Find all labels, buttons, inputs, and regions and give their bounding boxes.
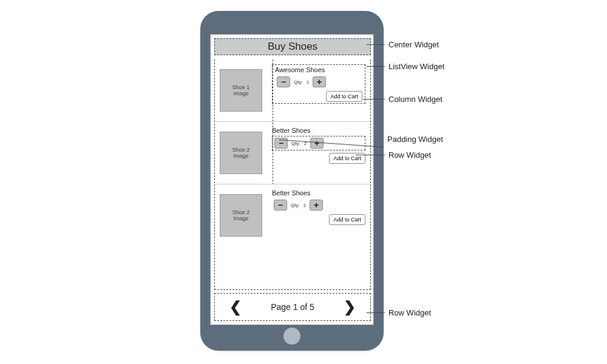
add-to-cart-button[interactable]: Add to Cart: [329, 214, 365, 225]
pagination-row-widget: ❮ Page 1 of 5 ❯: [214, 293, 371, 321]
column-widget: Awesome Shoes − Qty: 1 + Add to Cart: [272, 64, 365, 104]
decrement-button[interactable]: −: [274, 200, 287, 211]
annotation-center: Center Widget: [388, 40, 439, 49]
product-image: Shoe 2 Image: [220, 132, 262, 174]
page-text: Page 1 of 5: [271, 302, 314, 312]
add-to-cart-button[interactable]: Add to Cart: [326, 91, 362, 102]
chevron-right-icon[interactable]: ❯: [344, 298, 356, 315]
product-image: Shoe 1 Image: [220, 69, 262, 112]
annotation-listview: ListView Widget: [388, 62, 444, 71]
qty-label: Qty:: [291, 203, 300, 208]
phone-frame: Buy Shoes Shoe 1 Image Awesome Shoes − Q…: [200, 11, 384, 351]
increment-button[interactable]: +: [310, 200, 323, 211]
increment-button[interactable]: +: [313, 76, 326, 87]
qty-row: − Qty: 1 +: [275, 75, 362, 89]
annotation-row: Row Widget: [388, 150, 431, 160]
chevron-left-icon[interactable]: ❮: [229, 298, 242, 315]
page-title: Buy Shoes: [268, 41, 317, 53]
annotation-column: Column Widget: [388, 95, 443, 104]
product-image: Shoe 2 Image: [220, 194, 262, 237]
annotation-padding: Padding Widget: [387, 135, 443, 144]
product-title: Awesome Shoes: [275, 66, 362, 73]
screen: Buy Shoes Shoe 1 Image Awesome Shoes − Q…: [210, 34, 374, 325]
qty-row: − Qty: 1 +: [272, 198, 365, 212]
listview-widget: Shoe 1 Image Awesome Shoes − Qty: 1 + Ad…: [214, 59, 371, 290]
list-item: Shoe 1 Image Awesome Shoes − Qty: 1 + Ad…: [215, 59, 370, 122]
qty-value: 1: [307, 79, 309, 85]
qty-label: Qty:: [294, 79, 303, 85]
annotation-row2: Row Widget: [388, 308, 431, 317]
decrement-button[interactable]: −: [277, 76, 290, 87]
list-item: Shoe 2 Image Better Shoes − Qty: 1 + Add…: [215, 184, 370, 247]
qty-value: 1: [304, 203, 306, 208]
home-button-icon: [283, 328, 300, 345]
header-center-widget: Buy Shoes: [214, 38, 371, 55]
column-widget: Better Shoes − Qty: 1 + Add to Cart: [272, 189, 365, 225]
product-title: Better Shoes: [272, 189, 365, 197]
